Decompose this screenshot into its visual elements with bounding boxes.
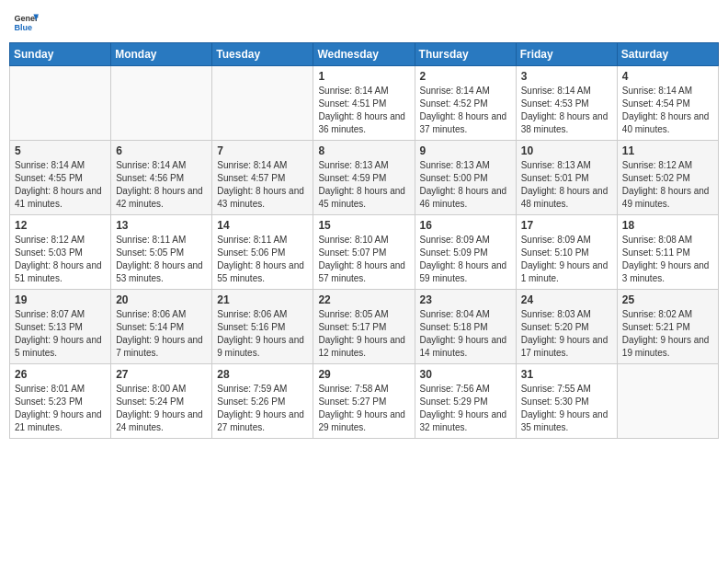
day-number: 23: [420, 293, 511, 306]
day-number: 8: [318, 144, 409, 157]
day-info: Sunrise: 8:12 AM Sunset: 5:03 PM Dayligh…: [15, 234, 106, 285]
day-header-wednesday: Wednesday: [313, 43, 415, 66]
day-number: 22: [318, 293, 409, 306]
days-header-row: SundayMondayTuesdayWednesdayThursdayFrid…: [10, 43, 719, 66]
day-number: 9: [420, 144, 511, 157]
calendar-cell: 16Sunrise: 8:09 AM Sunset: 5:09 PM Dayli…: [415, 215, 516, 290]
calendar-cell: 19Sunrise: 8:07 AM Sunset: 5:13 PM Dayli…: [10, 290, 111, 364]
day-info: Sunrise: 8:14 AM Sunset: 4:55 PM Dayligh…: [15, 159, 106, 211]
day-number: 19: [15, 293, 106, 306]
day-header-sunday: Sunday: [10, 43, 111, 66]
day-header-saturday: Saturday: [617, 43, 718, 66]
day-info: Sunrise: 8:14 AM Sunset: 4:53 PM Dayligh…: [521, 85, 612, 136]
day-info: Sunrise: 7:58 AM Sunset: 5:27 PM Dayligh…: [318, 383, 409, 434]
day-number: 28: [217, 368, 308, 381]
calendar-cell: 30Sunrise: 7:56 AM Sunset: 5:29 PM Dayli…: [415, 364, 516, 439]
day-info: Sunrise: 8:00 AM Sunset: 5:24 PM Dayligh…: [116, 383, 207, 434]
day-info: Sunrise: 8:12 AM Sunset: 5:02 PM Dayligh…: [622, 159, 713, 211]
calendar-cell: 22Sunrise: 8:05 AM Sunset: 5:17 PM Dayli…: [313, 290, 415, 364]
day-number: 1: [318, 70, 409, 83]
day-info: Sunrise: 8:14 AM Sunset: 4:51 PM Dayligh…: [318, 85, 409, 136]
calendar-cell: 15Sunrise: 8:10 AM Sunset: 5:07 PM Dayli…: [313, 215, 415, 290]
day-info: Sunrise: 8:14 AM Sunset: 4:54 PM Dayligh…: [622, 85, 713, 136]
calendar-cell: 11Sunrise: 8:12 AM Sunset: 5:02 PM Dayli…: [617, 141, 718, 215]
calendar-cell: 3Sunrise: 8:14 AM Sunset: 4:53 PM Daylig…: [516, 66, 617, 141]
day-number: 12: [15, 219, 106, 232]
calendar-cell: 9Sunrise: 8:13 AM Sunset: 5:00 PM Daylig…: [415, 141, 516, 215]
day-number: 25: [622, 293, 713, 306]
day-number: 21: [217, 293, 308, 306]
day-info: Sunrise: 8:14 AM Sunset: 4:56 PM Dayligh…: [116, 159, 207, 211]
day-info: Sunrise: 8:04 AM Sunset: 5:18 PM Dayligh…: [420, 308, 511, 360]
calendar-cell: 1Sunrise: 8:14 AM Sunset: 4:51 PM Daylig…: [313, 66, 415, 141]
calendar-cell: 13Sunrise: 8:11 AM Sunset: 5:05 PM Dayli…: [111, 215, 212, 290]
day-info: Sunrise: 8:01 AM Sunset: 5:23 PM Dayligh…: [15, 383, 106, 434]
day-number: 2: [420, 70, 511, 83]
day-info: Sunrise: 8:02 AM Sunset: 5:21 PM Dayligh…: [622, 308, 713, 360]
calendar-cell: 27Sunrise: 8:00 AM Sunset: 5:24 PM Dayli…: [111, 364, 212, 439]
day-number: 27: [116, 368, 207, 381]
day-number: 14: [217, 219, 308, 232]
calendar-cell: 21Sunrise: 8:06 AM Sunset: 5:16 PM Dayli…: [212, 290, 313, 364]
week-row-1: 1Sunrise: 8:14 AM Sunset: 4:51 PM Daylig…: [10, 66, 719, 141]
calendar-table: SundayMondayTuesdayWednesdayThursdayFrid…: [9, 42, 719, 439]
logo: General Blue: [13, 9, 39, 35]
day-header-monday: Monday: [111, 43, 212, 66]
calendar-cell: [10, 66, 111, 141]
page-header: General Blue: [9, 9, 719, 35]
day-info: Sunrise: 8:09 AM Sunset: 5:10 PM Dayligh…: [521, 234, 612, 285]
day-info: Sunrise: 8:10 AM Sunset: 5:07 PM Dayligh…: [318, 234, 409, 285]
logo-icon: General Blue: [13, 9, 39, 35]
calendar-cell: [617, 364, 718, 439]
day-number: 7: [217, 144, 308, 157]
day-info: Sunrise: 8:07 AM Sunset: 5:13 PM Dayligh…: [15, 308, 106, 360]
calendar-cell: 23Sunrise: 8:04 AM Sunset: 5:18 PM Dayli…: [415, 290, 516, 364]
day-number: 18: [622, 219, 713, 232]
calendar-cell: 14Sunrise: 8:11 AM Sunset: 5:06 PM Dayli…: [212, 215, 313, 290]
calendar-cell: [212, 66, 313, 141]
calendar-cell: 18Sunrise: 8:08 AM Sunset: 5:11 PM Dayli…: [617, 215, 718, 290]
day-number: 24: [521, 293, 612, 306]
day-info: Sunrise: 7:55 AM Sunset: 5:30 PM Dayligh…: [521, 383, 612, 434]
calendar-cell: 4Sunrise: 8:14 AM Sunset: 4:54 PM Daylig…: [617, 66, 718, 141]
calendar-cell: 31Sunrise: 7:55 AM Sunset: 5:30 PM Dayli…: [516, 364, 617, 439]
day-number: 16: [420, 219, 511, 232]
day-number: 17: [521, 219, 612, 232]
day-number: 6: [116, 144, 207, 157]
calendar-cell: 28Sunrise: 7:59 AM Sunset: 5:26 PM Dayli…: [212, 364, 313, 439]
week-row-4: 19Sunrise: 8:07 AM Sunset: 5:13 PM Dayli…: [10, 290, 719, 364]
calendar-cell: 25Sunrise: 8:02 AM Sunset: 5:21 PM Dayli…: [617, 290, 718, 364]
day-number: 31: [521, 368, 612, 381]
calendar-cell: [111, 66, 212, 141]
calendar-cell: 26Sunrise: 8:01 AM Sunset: 5:23 PM Dayli…: [10, 364, 111, 439]
day-info: Sunrise: 8:11 AM Sunset: 5:06 PM Dayligh…: [217, 234, 308, 285]
week-row-2: 5Sunrise: 8:14 AM Sunset: 4:55 PM Daylig…: [10, 141, 719, 215]
calendar-cell: 2Sunrise: 8:14 AM Sunset: 4:52 PM Daylig…: [415, 66, 516, 141]
day-number: 15: [318, 219, 409, 232]
day-number: 29: [318, 368, 409, 381]
day-number: 3: [521, 70, 612, 83]
day-info: Sunrise: 7:56 AM Sunset: 5:29 PM Dayligh…: [420, 383, 511, 434]
calendar-cell: 17Sunrise: 8:09 AM Sunset: 5:10 PM Dayli…: [516, 215, 617, 290]
calendar-cell: 5Sunrise: 8:14 AM Sunset: 4:55 PM Daylig…: [10, 141, 111, 215]
day-number: 13: [116, 219, 207, 232]
day-number: 26: [15, 368, 106, 381]
day-number: 11: [622, 144, 713, 157]
week-row-3: 12Sunrise: 8:12 AM Sunset: 5:03 PM Dayli…: [10, 215, 719, 290]
day-info: Sunrise: 8:14 AM Sunset: 4:52 PM Dayligh…: [420, 85, 511, 136]
day-number: 10: [521, 144, 612, 157]
day-info: Sunrise: 8:09 AM Sunset: 5:09 PM Dayligh…: [420, 234, 511, 285]
calendar-cell: 10Sunrise: 8:13 AM Sunset: 5:01 PM Dayli…: [516, 141, 617, 215]
day-info: Sunrise: 8:11 AM Sunset: 5:05 PM Dayligh…: [116, 234, 207, 285]
day-info: Sunrise: 8:13 AM Sunset: 5:00 PM Dayligh…: [420, 159, 511, 211]
svg-text:Blue: Blue: [14, 23, 32, 32]
day-info: Sunrise: 8:14 AM Sunset: 4:57 PM Dayligh…: [217, 159, 308, 211]
day-info: Sunrise: 8:13 AM Sunset: 4:59 PM Dayligh…: [318, 159, 409, 211]
day-header-friday: Friday: [516, 43, 617, 66]
calendar-cell: 6Sunrise: 8:14 AM Sunset: 4:56 PM Daylig…: [111, 141, 212, 215]
day-number: 20: [116, 293, 207, 306]
day-info: Sunrise: 8:05 AM Sunset: 5:17 PM Dayligh…: [318, 308, 409, 360]
week-row-5: 26Sunrise: 8:01 AM Sunset: 5:23 PM Dayli…: [10, 364, 719, 439]
calendar-cell: 8Sunrise: 8:13 AM Sunset: 4:59 PM Daylig…: [313, 141, 415, 215]
calendar-cell: 29Sunrise: 7:58 AM Sunset: 5:27 PM Dayli…: [313, 364, 415, 439]
